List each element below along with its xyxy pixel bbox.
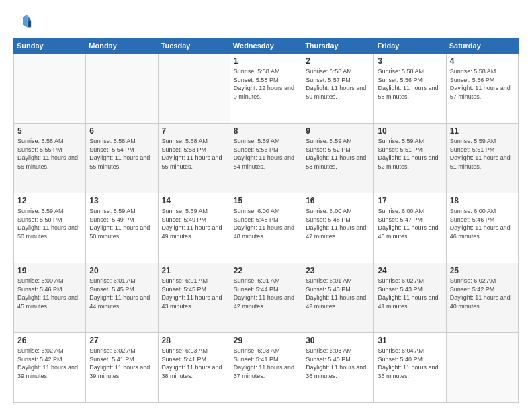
day-number: 2 [306, 56, 370, 66]
day-info: Sunrise: 6:03 AMSunset: 5:40 PMDaylight:… [306, 347, 366, 379]
weekday-header-wednesday: Wednesday [230, 38, 302, 54]
calendar-cell: 22 Sunrise: 6:01 AMSunset: 5:44 PMDaylig… [230, 263, 302, 333]
calendar-cell: 3 Sunrise: 5:58 AMSunset: 5:56 PMDayligh… [374, 54, 446, 124]
svg-marker-2 [23, 15, 28, 28]
day-info: Sunrise: 6:00 AMSunset: 5:47 PMDaylight:… [378, 208, 438, 240]
day-info: Sunrise: 5:58 AMSunset: 5:55 PMDaylight:… [17, 138, 78, 170]
calendar-cell: 14 Sunrise: 5:59 AMSunset: 5:49 PMDaylig… [158, 193, 230, 263]
day-number: 8 [234, 126, 298, 136]
day-number: 24 [378, 266, 442, 275]
calendar-header-row: SundayMondayTuesdayWednesdayThursdayFrid… [14, 38, 519, 54]
day-info: Sunrise: 5:59 AMSunset: 5:53 PMDaylight:… [234, 138, 294, 170]
day-number: 15 [234, 196, 298, 205]
day-info: Sunrise: 5:58 AMSunset: 5:58 PMDaylight:… [234, 68, 294, 100]
day-number: 20 [89, 266, 154, 275]
weekday-header-saturday: Saturday [446, 38, 518, 54]
calendar-cell: 20 Sunrise: 6:01 AMSunset: 5:45 PMDaylig… [86, 263, 158, 333]
day-info: Sunrise: 5:58 AMSunset: 5:56 PMDaylight:… [450, 68, 511, 100]
day-number: 12 [17, 196, 82, 205]
calendar-cell: 9 Sunrise: 5:59 AMSunset: 5:52 PMDayligh… [302, 124, 374, 193]
day-info: Sunrise: 6:02 AMSunset: 5:42 PMDaylight:… [450, 277, 511, 310]
day-info: Sunrise: 5:58 AMSunset: 5:56 PMDaylight:… [378, 68, 438, 100]
day-info: Sunrise: 6:01 AMSunset: 5:43 PMDaylight:… [306, 277, 366, 310]
day-number: 17 [378, 196, 442, 205]
header [13, 12, 519, 31]
day-info: Sunrise: 5:59 AMSunset: 5:49 PMDaylight:… [89, 208, 150, 240]
day-info: Sunrise: 6:00 AMSunset: 5:46 PMDaylight:… [450, 208, 511, 240]
calendar-cell: 23 Sunrise: 6:01 AMSunset: 5:43 PMDaylig… [302, 263, 374, 333]
day-number: 4 [450, 56, 515, 66]
calendar-table: SundayMondayTuesdayWednesdayThursdayFrid… [13, 38, 519, 403]
day-info: Sunrise: 6:00 AMSunset: 5:46 PMDaylight:… [17, 277, 78, 310]
calendar-cell: 10 Sunrise: 5:59 AMSunset: 5:51 PMDaylig… [374, 124, 446, 193]
calendar-cell: 4 Sunrise: 5:58 AMSunset: 5:56 PMDayligh… [446, 54, 518, 124]
day-info: Sunrise: 5:58 AMSunset: 5:53 PMDaylight:… [162, 138, 222, 170]
calendar-week-row: 5 Sunrise: 5:58 AMSunset: 5:55 PMDayligh… [14, 124, 519, 193]
calendar-cell: 25 Sunrise: 6:02 AMSunset: 5:42 PMDaylig… [446, 263, 518, 333]
day-number: 21 [162, 266, 226, 275]
calendar-cell: 2 Sunrise: 5:58 AMSunset: 5:57 PMDayligh… [302, 54, 374, 124]
calendar-cell: 16 Sunrise: 6:00 AMSunset: 5:48 PMDaylig… [302, 193, 374, 263]
weekday-header-thursday: Thursday [302, 38, 374, 54]
day-info: Sunrise: 5:59 AMSunset: 5:50 PMDaylight:… [17, 208, 78, 240]
day-info: Sunrise: 5:59 AMSunset: 5:52 PMDaylight:… [306, 138, 366, 170]
day-number: 7 [162, 126, 226, 136]
day-number: 22 [234, 266, 298, 275]
day-number: 18 [450, 196, 515, 205]
day-number: 3 [378, 56, 442, 66]
day-number: 11 [450, 126, 515, 136]
weekday-header-monday: Monday [86, 38, 158, 54]
day-info: Sunrise: 5:59 AMSunset: 5:49 PMDaylight:… [162, 208, 222, 240]
logo-icon [13, 12, 32, 31]
day-number: 13 [89, 196, 154, 205]
day-number: 26 [17, 336, 82, 345]
calendar-cell: 18 Sunrise: 6:00 AMSunset: 5:46 PMDaylig… [446, 193, 518, 263]
calendar-cell [158, 54, 230, 124]
calendar-cell: 7 Sunrise: 5:58 AMSunset: 5:53 PMDayligh… [158, 124, 230, 193]
day-info: Sunrise: 6:03 AMSunset: 5:41 PMDaylight:… [234, 347, 294, 379]
day-info: Sunrise: 6:00 AMSunset: 5:48 PMDaylight:… [306, 208, 366, 240]
day-number: 29 [234, 336, 298, 345]
calendar-cell: 15 Sunrise: 6:00 AMSunset: 5:48 PMDaylig… [230, 193, 302, 263]
calendar-cell [446, 333, 518, 403]
day-info: Sunrise: 6:00 AMSunset: 5:48 PMDaylight:… [234, 208, 294, 240]
calendar-cell: 28 Sunrise: 6:03 AMSunset: 5:41 PMDaylig… [158, 333, 230, 403]
day-info: Sunrise: 6:04 AMSunset: 5:40 PMDaylight:… [378, 347, 438, 379]
calendar-cell: 12 Sunrise: 5:59 AMSunset: 5:50 PMDaylig… [14, 193, 86, 263]
day-info: Sunrise: 6:02 AMSunset: 5:42 PMDaylight:… [17, 347, 78, 379]
day-info: Sunrise: 6:03 AMSunset: 5:41 PMDaylight:… [162, 347, 222, 379]
svg-marker-1 [28, 21, 32, 27]
day-number: 10 [378, 126, 442, 136]
calendar-cell [86, 54, 158, 124]
calendar-cell: 30 Sunrise: 6:03 AMSunset: 5:40 PMDaylig… [302, 333, 374, 403]
calendar-week-row: 26 Sunrise: 6:02 AMSunset: 5:42 PMDaylig… [14, 333, 519, 403]
day-number: 31 [378, 336, 442, 345]
day-info: Sunrise: 5:59 AMSunset: 5:51 PMDaylight:… [378, 138, 438, 170]
calendar-cell: 6 Sunrise: 5:58 AMSunset: 5:54 PMDayligh… [86, 124, 158, 193]
calendar-cell: 1 Sunrise: 5:58 AMSunset: 5:58 PMDayligh… [230, 54, 302, 124]
day-number: 14 [162, 196, 226, 205]
weekday-header-sunday: Sunday [14, 38, 86, 54]
calendar-week-row: 19 Sunrise: 6:00 AMSunset: 5:46 PMDaylig… [14, 263, 519, 333]
day-number: 27 [89, 336, 154, 345]
svg-marker-0 [28, 15, 32, 21]
calendar-cell [14, 54, 86, 124]
day-number: 23 [306, 266, 370, 275]
calendar-cell: 11 Sunrise: 5:59 AMSunset: 5:51 PMDaylig… [446, 124, 518, 193]
day-info: Sunrise: 6:02 AMSunset: 5:43 PMDaylight:… [378, 277, 438, 310]
calendar-week-row: 12 Sunrise: 5:59 AMSunset: 5:50 PMDaylig… [14, 193, 519, 263]
weekday-header-tuesday: Tuesday [158, 38, 230, 54]
day-info: Sunrise: 6:01 AMSunset: 5:44 PMDaylight:… [234, 277, 294, 310]
calendar-week-row: 1 Sunrise: 5:58 AMSunset: 5:58 PMDayligh… [14, 54, 519, 124]
day-info: Sunrise: 5:59 AMSunset: 5:51 PMDaylight:… [450, 138, 511, 170]
calendar-cell: 5 Sunrise: 5:58 AMSunset: 5:55 PMDayligh… [14, 124, 86, 193]
day-info: Sunrise: 5:58 AMSunset: 5:57 PMDaylight:… [306, 68, 366, 100]
day-number: 30 [306, 336, 370, 345]
day-number: 28 [162, 336, 226, 345]
calendar-cell: 13 Sunrise: 5:59 AMSunset: 5:49 PMDaylig… [86, 193, 158, 263]
day-number: 6 [89, 126, 154, 136]
calendar-cell: 17 Sunrise: 6:00 AMSunset: 5:47 PMDaylig… [374, 193, 446, 263]
day-info: Sunrise: 6:01 AMSunset: 5:45 PMDaylight:… [89, 277, 150, 310]
calendar-cell: 27 Sunrise: 6:02 AMSunset: 5:41 PMDaylig… [86, 333, 158, 403]
calendar-cell: 8 Sunrise: 5:59 AMSunset: 5:53 PMDayligh… [230, 124, 302, 193]
